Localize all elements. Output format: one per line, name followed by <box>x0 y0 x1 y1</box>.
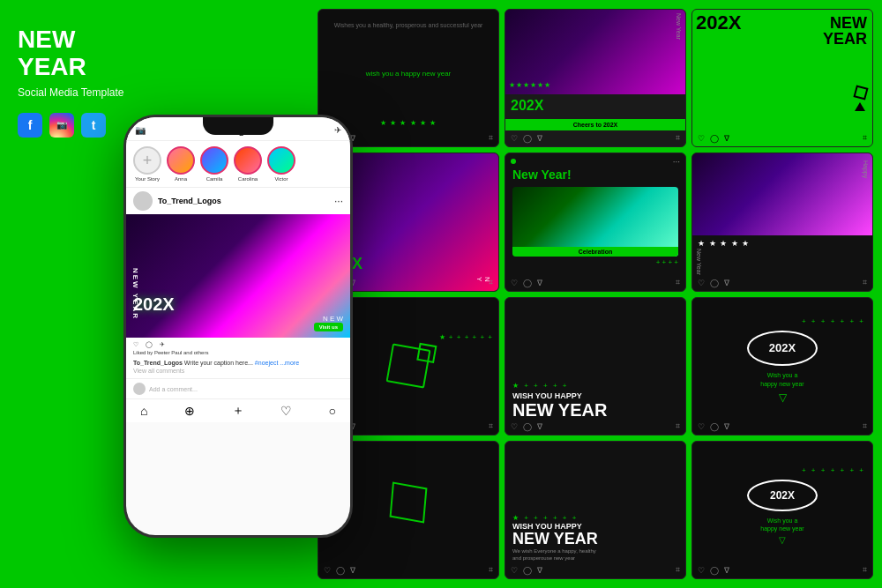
card-1-wish-text: wish you a happy new year <box>325 70 491 78</box>
card-9-wish: Wish you a happy new year <box>760 371 804 389</box>
card-12-oval: 202X <box>747 480 818 511</box>
card-2-share[interactable]: ∇ <box>537 134 542 143</box>
instagram-icon[interactable]: 📷 <box>49 113 74 138</box>
twitter-icon[interactable]: t <box>81 113 106 138</box>
card-12-heart[interactable]: ♡ <box>698 566 705 575</box>
card-9-bookmark[interactable]: ⌗ <box>863 421 867 431</box>
story-camila[interactable]: Camila <box>200 146 228 182</box>
your-story-label: Your Story <box>135 176 160 182</box>
more-text[interactable]: ...more <box>280 360 299 366</box>
card-8-share[interactable]: ∇ <box>537 422 542 431</box>
card-11-heart[interactable]: ♡ <box>511 566 518 575</box>
story-your[interactable]: + Your Story <box>133 146 161 182</box>
visit-button[interactable]: Visit us <box>314 316 343 332</box>
card-7-bookmark[interactable]: ⌗ <box>489 421 493 431</box>
card-12-bookmark[interactable]: ⌗ <box>863 565 867 575</box>
home-nav-icon[interactable]: ⌂ <box>140 404 147 418</box>
card-10-share[interactable]: ∇ <box>350 566 355 575</box>
card-12-year: 202X <box>770 489 795 502</box>
post-image-overlay: New Year 202X N E WY E A R Visit us <box>126 214 350 338</box>
heart-nav-icon[interactable]: ♡ <box>280 404 292 418</box>
card-11-bookmark[interactable]: ⌗ <box>676 565 680 575</box>
card-1-bookmark[interactable]: ⌗ <box>489 133 493 143</box>
hashtag-text: #noeject <box>255 360 278 366</box>
card-5-share[interactable]: ∇ <box>537 279 542 287</box>
view-comments[interactable]: View all comments <box>133 368 184 374</box>
card-10-comment[interactable]: ◯ <box>336 566 345 575</box>
card-9-triangle: ▽ <box>779 391 787 404</box>
template-card-3: 202X NEW YEAR ♡ ◯ ∇ ⌗ <box>691 9 873 147</box>
card-8-actions: ♡ ◯ ∇ <box>511 422 542 431</box>
template-card-5: ··· New Year! Celebration + + + + ♡ ◯ ∇ … <box>505 153 686 291</box>
card-8-heart[interactable]: ♡ <box>511 422 518 431</box>
card-3-bookmark[interactable]: ⌗ <box>863 133 867 143</box>
card-6-bottom: ★ ★ ★ ★ ★ <box>692 235 872 251</box>
card-2-inner: New Year ★★★★★★ 202X Cheers to 202X <box>505 10 685 146</box>
share-icon[interactable]: ✈ <box>160 341 165 348</box>
victor-avatar <box>267 146 295 175</box>
card-11-comment[interactable]: ◯ <box>523 566 532 575</box>
card-5-heart[interactable]: ♡ <box>511 279 518 287</box>
card-5-comment[interactable]: ◯ <box>523 279 532 287</box>
card-8-comment[interactable]: ◯ <box>523 422 532 431</box>
card-12-share[interactable]: ∇ <box>724 566 729 575</box>
comment-icon[interactable]: ◯ <box>146 341 153 348</box>
card-2-bookmark[interactable]: ⌗ <box>676 133 680 143</box>
card-6-share[interactable]: ∇ <box>724 279 729 287</box>
card-5-inner: New Year! Celebration + + + + <box>505 153 685 290</box>
card-12-triangle: ▽ <box>699 535 865 545</box>
profile-nav-icon[interactable]: ○ <box>329 404 336 418</box>
card-2-stars: ★★★★★★ <box>509 75 551 91</box>
card-2-heart[interactable]: ♡ <box>511 134 518 143</box>
card-2-year: 202X <box>511 98 543 114</box>
victor-label: Victor <box>274 176 288 182</box>
card-3-heart[interactable]: ♡ <box>698 134 705 143</box>
card-6-heart[interactable]: ♡ <box>698 279 705 287</box>
card-3-ny-text: NEW YEAR <box>823 15 867 47</box>
add-nav-icon[interactable]: ＋ <box>232 403 244 419</box>
card-5-celebration-label: Celebration <box>512 247 678 257</box>
card-4-bookmark[interactable]: ⌗ <box>489 278 493 287</box>
story-victor[interactable]: Victor <box>267 146 295 182</box>
story-anna[interactable]: Anna <box>167 146 195 182</box>
story-carolina[interactable]: Carolina <box>234 146 262 182</box>
template-card-12: + + + + + + + 202X Wish you ahappy new y… <box>691 441 873 579</box>
post-new-year-text: New Year <box>131 268 139 320</box>
card-6-happy-text: Happy <box>863 160 869 178</box>
card-6-comment[interactable]: ◯ <box>710 279 719 287</box>
like-icon[interactable]: ♡ <box>133 341 138 348</box>
template-card-2: ··· New Year ★★★★★★ 202X Cheers to 202X … <box>505 9 686 147</box>
card-9-actions: ♡ ◯ ∇ <box>698 422 729 431</box>
card-8-stars: ★ + + + + + <box>512 382 678 390</box>
card-6-bookmark[interactable]: ⌗ <box>863 278 867 287</box>
card-5-more[interactable]: ··· <box>673 157 680 167</box>
card-8-ny: NEW YEAR <box>512 401 678 419</box>
card-10-bookmark[interactable]: ⌗ <box>489 565 493 575</box>
brand-title: NEW YEAR <box>18 26 132 81</box>
card-3-comment[interactable]: ◯ <box>710 134 719 143</box>
add-comment-input[interactable]: Add a comment... <box>149 386 343 392</box>
card-2-comment[interactable]: ◯ <box>523 134 532 143</box>
search-nav-icon[interactable]: ⊕ <box>184 404 195 418</box>
post-caption: To_Trend_Logos Write your caption here..… <box>126 359 350 378</box>
card-3-202x: 202X <box>696 13 741 33</box>
card-3-actions: ♡ ◯ ∇ <box>698 134 729 143</box>
social-icons-row: f 📷 t <box>18 113 132 138</box>
card-9-heart[interactable]: ♡ <box>698 422 705 431</box>
template-card-6: Happy ★ ★ ★ ★ ★ New Year ♡ ◯ ∇ ⌗ <box>691 153 873 291</box>
card-3-share[interactable]: ∇ <box>724 134 729 143</box>
card-12-comment[interactable]: ◯ <box>710 566 719 575</box>
card-9-share[interactable]: ∇ <box>724 422 729 431</box>
liked-by-text: Liked by Peeter Paul and others <box>133 350 343 355</box>
card-5-bookmark[interactable]: ⌗ <box>676 278 680 287</box>
phone-frame: 📷 Instagram ✈ + Your Story Anna Camila <box>123 115 353 538</box>
card-8-bookmark[interactable]: ⌗ <box>676 421 680 431</box>
card-10-heart[interactable]: ♡ <box>324 566 331 575</box>
facebook-icon[interactable]: f <box>18 113 42 138</box>
post-image: New Year 202X N E WY E A R Visit us <box>126 214 350 338</box>
card-9-comment[interactable]: ◯ <box>710 422 719 431</box>
camila-avatar <box>200 146 228 175</box>
post-menu-icon[interactable]: ··· <box>334 195 343 207</box>
post-year-label: 202X N E WY E A R <box>133 294 343 331</box>
card-11-share[interactable]: ∇ <box>537 566 542 575</box>
